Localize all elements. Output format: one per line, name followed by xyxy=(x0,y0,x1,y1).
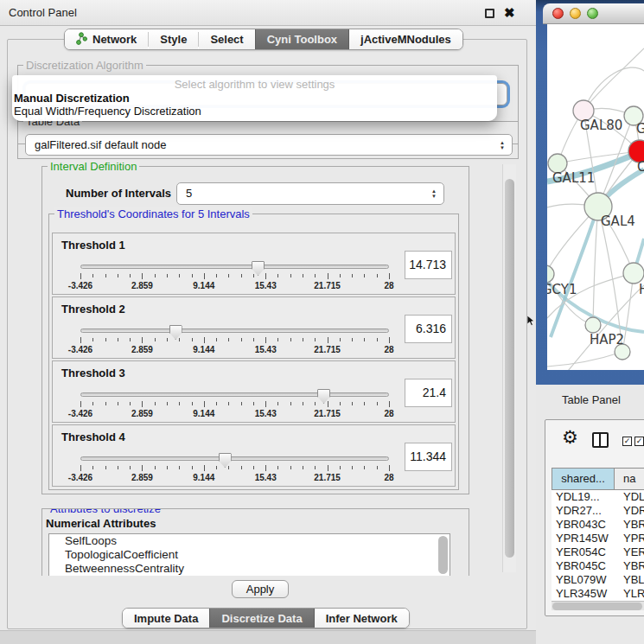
number-of-intervals-combobox[interactable]: 5 ▲▼ xyxy=(176,182,444,205)
threshold-1-slider[interactable]: -3.4262.8599.14415.4321.71528 xyxy=(80,261,389,292)
tick-mark xyxy=(377,274,378,277)
panel-scrollbar-thumb[interactable] xyxy=(505,179,514,558)
panel-scrollbar[interactable] xyxy=(502,164,516,572)
table-row[interactable]: YPR145WYPR1 xyxy=(552,532,644,545)
network-node[interactable] xyxy=(585,317,601,333)
checkbox-icon[interactable]: ✓ xyxy=(634,437,644,446)
tab-cyni-toolbox[interactable]: Cyni Toolbox xyxy=(255,29,349,49)
slider-track[interactable] xyxy=(80,328,389,333)
tab-discretize-data[interactable]: Discretize Data xyxy=(209,609,314,628)
numerical-attributes-list[interactable]: SelfLoopsTopologicalCoefficientBetweenne… xyxy=(48,533,450,576)
close-traffic-light[interactable] xyxy=(552,8,564,19)
table-row[interactable]: YLR345WYLR3 xyxy=(552,587,644,601)
attribute-list-item[interactable]: SelfLoops xyxy=(49,534,450,548)
close-icon[interactable]: ✖ xyxy=(504,3,515,22)
cell-name[interactable]: YBR0 xyxy=(615,518,644,532)
network-node-label: GA xyxy=(636,121,644,137)
table-data-combobox[interactable]: galFiltered.sif default node ▲▼ xyxy=(25,134,513,156)
cell-name[interactable]: YBL0 xyxy=(615,573,644,587)
column-header-name[interactable]: na xyxy=(615,468,644,490)
table-row[interactable]: YBL079WYBL0 xyxy=(552,573,644,587)
cell-name[interactable]: YER0 xyxy=(615,545,644,559)
slider-ticks xyxy=(80,465,389,472)
cell-shared-name[interactable]: YBR045C xyxy=(552,559,615,573)
tick-label: 28 xyxy=(384,473,393,482)
table-row[interactable]: YDL19...YDL1 xyxy=(552,490,644,504)
cell-name[interactable]: YDL1 xyxy=(615,490,644,504)
table-horizontal-scrollbar[interactable] xyxy=(552,601,644,610)
tick-mark xyxy=(364,274,365,277)
cell-shared-name[interactable]: YDR27... xyxy=(552,504,615,518)
tick-mark xyxy=(328,337,328,343)
tab-style[interactable]: Style xyxy=(149,29,198,49)
tab-select[interactable]: Select xyxy=(199,29,254,49)
cell-shared-name[interactable]: YDL19... xyxy=(552,490,615,504)
tick-mark xyxy=(155,466,156,469)
dropdown-option-manual-discretization[interactable]: Manual Discretization xyxy=(14,92,130,105)
control-panel-titlebar: Control Panel ✖ xyxy=(0,0,536,26)
checkbox-icon[interactable]: ✓ xyxy=(622,437,632,446)
cell-name[interactable]: YLR3 xyxy=(615,587,644,601)
table-row[interactable]: YBR043CYBR0 xyxy=(552,518,644,532)
column-layout-icon[interactable] xyxy=(592,432,609,448)
threshold-2-slider[interactable]: -3.4262.8599.14415.4321.71528 xyxy=(80,325,389,356)
tick-mark xyxy=(105,274,106,277)
network-node[interactable] xyxy=(623,263,644,284)
tick-mark xyxy=(265,401,266,407)
dropdown-option-equal-width-frequency[interactable]: Equal Width/Frequency Discretization xyxy=(14,105,201,118)
combobox-stepper-icon: ▲▼ xyxy=(500,135,505,155)
table-row[interactable]: YER054CYER0 xyxy=(552,545,644,559)
list-scrollbar[interactable] xyxy=(438,536,448,574)
threshold-4-slider[interactable]: -3.4262.8599.14415.4321.71528 xyxy=(80,453,389,484)
cell-name[interactable]: YDR2 xyxy=(615,504,644,518)
tab-impute-data[interactable]: Impute Data xyxy=(123,609,209,628)
tab-jactivemnodules[interactable]: jActiveMNodules xyxy=(349,29,462,49)
tick-mark xyxy=(265,273,266,279)
numerical-attributes-heading: Numerical Attributes xyxy=(46,517,156,530)
cell-shared-name[interactable]: YBL079W xyxy=(552,573,615,587)
tick-mark xyxy=(241,274,242,277)
tick-mark xyxy=(155,338,156,341)
tick-mark xyxy=(130,338,131,341)
threshold-value-field[interactable]: 11.344 xyxy=(405,443,452,471)
float-window-icon[interactable] xyxy=(485,9,494,18)
table-body[interactable]: YDL19...YDL1YDR27...YDR2YBR043CYBR0YPR14… xyxy=(552,490,644,601)
cell-name[interactable]: YBR0 xyxy=(615,559,644,573)
cell-shared-name[interactable]: YPR145W xyxy=(552,532,615,545)
table-row[interactable]: YDR27...YDR2 xyxy=(552,504,644,518)
table-scrollbar-thumb[interactable] xyxy=(552,603,642,610)
cell-name[interactable]: YPR1 xyxy=(615,532,644,545)
attributes-to-discretize-group: Attributes to discretize Numerical Attri… xyxy=(41,508,469,576)
group-title: Threshold's Coordinates for 5 Intervals xyxy=(54,207,252,220)
network-canvas[interactable]: GAL80GACGAL11GAL4GCY1HHAP2 xyxy=(547,24,644,370)
network-node[interactable] xyxy=(547,265,554,283)
slider-track[interactable] xyxy=(80,265,389,269)
attribute-list-item[interactable]: TopologicalCoefficient xyxy=(49,548,450,562)
table-row[interactable]: YBR045CYBR0 xyxy=(552,559,644,573)
slider-track[interactable] xyxy=(80,456,389,461)
tick-mark xyxy=(277,466,278,469)
cell-shared-name[interactable]: YLR345W xyxy=(552,587,615,601)
minimize-traffic-light[interactable] xyxy=(570,8,581,19)
apply-button[interactable]: Apply xyxy=(232,580,289,598)
gear-icon[interactable]: ⚙ xyxy=(562,427,578,448)
tick-mark xyxy=(105,466,106,469)
threshold-label: Threshold 4 xyxy=(61,430,125,443)
tick-mark xyxy=(228,402,229,405)
cell-shared-name[interactable]: YER054C xyxy=(552,545,615,559)
dropdown-placeholder: Select algorithm to view settings xyxy=(12,78,497,91)
slider-track[interactable] xyxy=(80,392,389,397)
threshold-3-slider[interactable]: -3.4262.8599.14415.4321.71528 xyxy=(80,389,389,420)
attribute-list-item[interactable]: BetweennessCentrality xyxy=(49,562,450,576)
zoom-traffic-light[interactable] xyxy=(587,8,598,19)
column-header-shared-name[interactable]: shared... xyxy=(552,468,615,490)
threshold-value-field[interactable]: 14.713 xyxy=(405,251,452,279)
threshold-value-field[interactable]: 21.4 xyxy=(405,379,452,407)
tick-mark xyxy=(364,466,365,469)
tab-infer-network[interactable]: Infer Network xyxy=(315,609,409,628)
tab-network[interactable]: Network xyxy=(65,29,148,49)
tick-mark xyxy=(303,274,303,277)
threshold-value-field[interactable]: 6.316 xyxy=(405,315,452,343)
mouse-cursor xyxy=(527,316,536,327)
cell-shared-name[interactable]: YBR043C xyxy=(552,518,615,532)
